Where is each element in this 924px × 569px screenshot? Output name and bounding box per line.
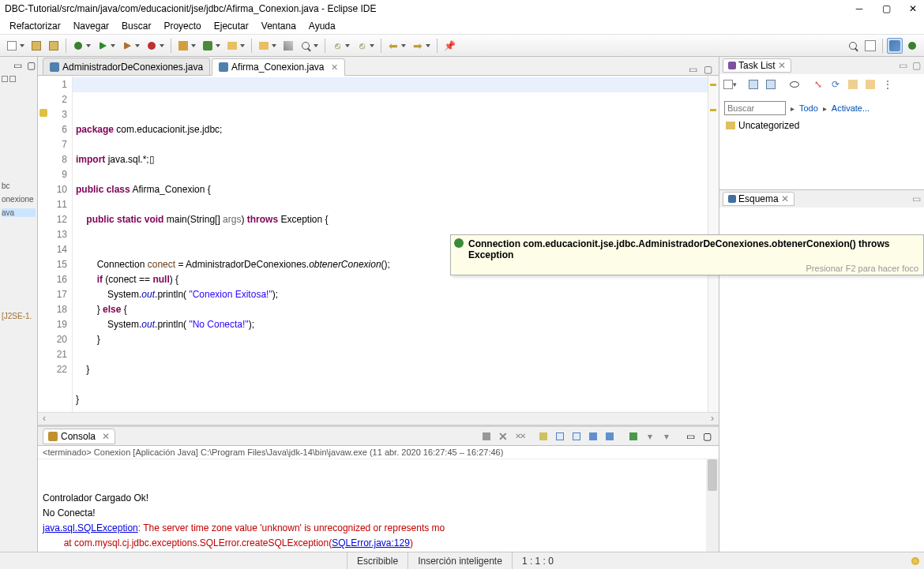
minimize-button[interactable]: ─ [853, 3, 866, 14]
new-class-button[interactable] [200, 38, 216, 54]
nav-back-button[interactable]: ⬅ [385, 38, 401, 54]
quick-access-button[interactable] [845, 38, 861, 54]
mini-icon[interactable] [2, 76, 8, 82]
task-list-title: Task List [738, 60, 776, 71]
jre-label: [J2SE-1. [2, 312, 36, 320]
java-perspective-button[interactable] [887, 38, 903, 54]
show-console-err-button[interactable] [603, 429, 617, 444]
ext-tools-icon [148, 42, 156, 50]
minimize-console-button[interactable]: ▭ [683, 429, 697, 444]
focus-button[interactable] [787, 77, 802, 92]
new-task-button[interactable]: ▾ [723, 77, 737, 92]
console-v-scrollbar[interactable] [706, 459, 719, 557]
task-list-tab[interactable]: Task List ✕ [723, 58, 791, 73]
show-console-out-button[interactable] [586, 429, 600, 444]
current-line-highlight [73, 77, 708, 92]
open-console-button[interactable]: ▾ [659, 429, 674, 444]
open-perspective-button[interactable] [862, 38, 878, 54]
debug-button[interactable] [70, 38, 86, 54]
console-tab[interactable]: Consola ✕ [43, 429, 115, 444]
pin-button[interactable]: 📌 [441, 38, 457, 54]
task-category[interactable]: Uncategorized [719, 117, 924, 134]
categorize-button[interactable] [746, 77, 761, 92]
task-list-view: Task List ✕ ▭ ▢ ▾ ⤡ ⟳ ⋮ [719, 57, 924, 190]
coverage-icon [124, 42, 131, 50]
new-package-button[interactable] [175, 38, 191, 54]
open-type-button[interactable] [256, 38, 272, 54]
minimize-view-button[interactable]: ▭ [899, 60, 907, 71]
filter-button[interactable] [863, 77, 877, 92]
menu-navigate[interactable]: Navegar [67, 19, 115, 33]
hide-button[interactable] [846, 77, 860, 92]
menu-run[interactable]: Ejecutar [208, 19, 255, 33]
new-folder-button[interactable] [224, 38, 240, 54]
close-view-button[interactable]: ✕ [778, 60, 786, 71]
activate-link[interactable]: Activate... [832, 103, 870, 113]
tab-label: Afirma_Conexion.java [231, 62, 324, 73]
separator [251, 39, 252, 53]
minimize-editor-button[interactable]: ▭ [689, 64, 697, 75]
display-console-button[interactable]: ▾ [643, 429, 657, 444]
maximize-editor-button[interactable]: ▢ [704, 64, 712, 75]
menu-search[interactable]: Buscar [115, 19, 157, 33]
close-console-button[interactable]: ✕ [102, 431, 110, 442]
debug-perspective-button[interactable] [904, 38, 920, 54]
editor-tab-active[interactable]: Afirma_Conexion.java ✕ [212, 58, 344, 76]
collapse-button[interactable]: ⤡ [811, 77, 825, 92]
tip-of-day-icon[interactable] [911, 557, 919, 565]
annotation-button[interactable]: ⎋ [354, 38, 370, 54]
mini-icon[interactable] [9, 76, 16, 82]
pin-console-button[interactable] [626, 429, 640, 444]
scrollbar-thumb[interactable] [708, 459, 717, 491]
menu-project[interactable]: Proyecto [157, 19, 207, 33]
maximize-button[interactable]: ▢ [880, 3, 892, 14]
outline-tab[interactable]: Esquema ✕ [723, 192, 794, 206]
close-button[interactable]: ✕ [907, 3, 919, 14]
editor-tab[interactable]: AdministradorDeConexiones.java [43, 58, 210, 75]
view-menu-button[interactable]: ⋮ [881, 77, 895, 92]
scroll-left-button[interactable]: ‹ [38, 413, 51, 425]
workbench: ▭ ▢ bc onexione ava [J2SE-1. Administrad… [0, 57, 924, 569]
scroll-right-button[interactable]: › [706, 413, 719, 425]
ext-tools-button[interactable] [144, 38, 160, 54]
maximize-console-button[interactable]: ▢ [700, 429, 714, 444]
close-tab-button[interactable]: ✕ [331, 62, 338, 73]
editor-h-scrollbar[interactable]: ‹ › [38, 412, 719, 425]
filter-all-link[interactable]: Todo [799, 103, 818, 113]
console-output[interactable]: Controlador Cargado Ok!No Conecta!java.s… [38, 459, 719, 557]
schedule-button[interactable] [764, 77, 778, 92]
maximize-view-button[interactable]: ▢ [27, 60, 36, 71]
separator [66, 39, 66, 53]
close-view-button[interactable]: ✕ [781, 193, 789, 204]
clear-console-button[interactable] [536, 429, 550, 444]
search-button[interactable] [298, 38, 314, 54]
open-task-button[interactable] [280, 38, 296, 54]
save-all-button[interactable] [46, 38, 62, 54]
restore-view-button[interactable]: ▭ [13, 60, 22, 71]
save-button[interactable] [28, 38, 44, 54]
expand-arrow-icon[interactable]: ▸ [791, 104, 794, 113]
menu-refactor[interactable]: Refactorizar [3, 19, 67, 33]
warning-marker[interactable] [710, 109, 716, 111]
menu-window[interactable]: Ventana [255, 19, 302, 33]
expand-arrow-icon[interactable]: ▸ [823, 104, 827, 113]
separator [171, 39, 171, 53]
menu-help[interactable]: Ayuda [302, 19, 342, 33]
nav-fwd-button[interactable]: ➡ [410, 38, 426, 54]
coverage-button[interactable] [119, 38, 135, 54]
status-insert-mode: Inserción inteligente [408, 552, 512, 569]
toggle-button[interactable]: ⎋ [329, 38, 345, 54]
err-icon [606, 432, 614, 440]
minimize-view-button[interactable]: ▭ [912, 193, 921, 204]
word-wrap-button[interactable] [569, 429, 584, 444]
maximize-view-button[interactable]: ▢ [912, 60, 921, 71]
new-button[interactable] [4, 38, 20, 54]
run-button[interactable] [95, 38, 111, 54]
warning-marker[interactable] [710, 84, 716, 86]
terminate-button[interactable] [479, 429, 494, 444]
scroll-lock-button[interactable] [553, 429, 567, 444]
synchronize-button[interactable]: ⟳ [828, 77, 843, 92]
remove-all-button[interactable]: ✕✕ [513, 429, 527, 444]
task-search-input[interactable] [724, 101, 786, 115]
remove-launch-button[interactable]: ✕ [496, 429, 510, 444]
